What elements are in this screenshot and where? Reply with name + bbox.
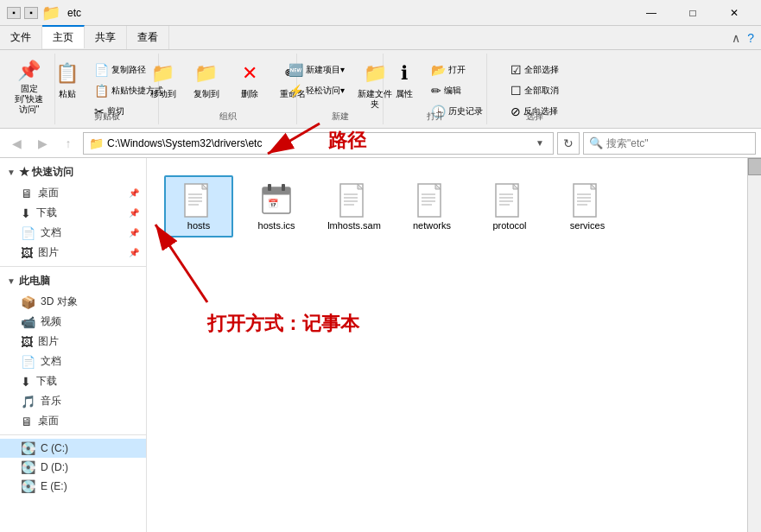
address-dropdown-arrow[interactable]: ▼ [532, 138, 548, 148]
close-button[interactable]: ✕ [714, 0, 754, 26]
properties-label: 属性 [396, 89, 413, 99]
pictures2-icon: 🖼 [21, 335, 33, 349]
hosts-file-icon [183, 182, 214, 220]
thispc-header[interactable]: ▼ 此电脑 [0, 270, 146, 292]
desktop-pin-icon: 📌 [129, 188, 139, 198]
drive-e-icon: 💽 [21, 479, 35, 493]
sidebar: ▼ ★ 快速访问 🖥 桌面 📌 ⬇ 下载 📌 📄 文档 📌 🖼 图片 📌 ▼ 此… [0, 158, 147, 532]
videos-label: 视频 [41, 314, 61, 329]
tab-share[interactable]: 共享 [85, 26, 127, 49]
ribbon-collapse-button[interactable]: ∧ [732, 31, 740, 45]
open-button[interactable]: 📂 打开 [427, 60, 487, 79]
file-item-protocol[interactable]: protocol [475, 175, 544, 238]
new-item-button[interactable]: 🆕 新建项目▾ [284, 60, 349, 79]
desktop2-icon: 🖥 [21, 415, 33, 428]
address-input[interactable] [107, 137, 529, 149]
right-scrollbar[interactable] [747, 158, 761, 532]
pictures-label: 图片 [38, 245, 59, 260]
delete-button[interactable]: ✕ 删除 [229, 57, 270, 116]
search-input[interactable] [606, 137, 750, 149]
move-to-button[interactable]: 📁 移动到 [143, 57, 184, 116]
pin-label: 固定到"快速访问" [11, 84, 48, 115]
minimize-button[interactable]: — [631, 0, 671, 26]
file-item-lmhosts[interactable]: lmhosts.sam [320, 175, 389, 238]
delete-label: 删除 [241, 89, 258, 99]
music-label: 音乐 [41, 394, 61, 408]
sidebar-item-documents2[interactable]: 📄 文档 [0, 352, 146, 371]
svg-text:📅: 📅 [268, 198, 279, 209]
help-button[interactable]: ? [747, 31, 754, 45]
properties-button[interactable]: ℹ 属性 [384, 57, 425, 116]
file-item-hosts-ics[interactable]: 📅 hosts.ics [242, 175, 311, 238]
back-button[interactable]: ◀ [5, 132, 28, 155]
sidebar-item-drive-c[interactable]: 💽 C (C:) [0, 439, 146, 458]
main-area: ▼ ★ 快速访问 🖥 桌面 📌 ⬇ 下载 📌 📄 文档 📌 🖼 图片 📌 ▼ 此… [0, 158, 761, 532]
paste-button[interactable]: 📋 粘贴 [47, 57, 88, 116]
music-icon: 🎵 [21, 395, 35, 408]
desktop-icon: 🖥 [21, 187, 33, 200]
drive-d-label: D (D:) [41, 461, 68, 473]
window-title: etc [67, 7, 81, 19]
sidebar-item-documents[interactable]: 📄 文档 📌 [0, 223, 146, 243]
sidebar-item-desktop2[interactable]: 🖥 桌面 [0, 411, 146, 431]
sidebar-item-pictures[interactable]: 🖼 图片 📌 [0, 243, 146, 263]
files-grid: hosts 📅 hosts.ics [164, 167, 730, 246]
sidebar-item-downloads2[interactable]: ⬇ 下载 [0, 371, 146, 391]
ribbon-group-organize: 📁 移动到 📁 复制到 ✕ 删除 ✏ 重命名 组织 [159, 54, 297, 124]
file-item-networks[interactable]: networks [397, 175, 466, 238]
thispc-label: 此电脑 [19, 274, 50, 288]
forward-button[interactable]: ▶ [31, 132, 54, 155]
sidebar-item-music[interactable]: 🎵 音乐 [0, 391, 146, 411]
file-item-services[interactable]: services [553, 175, 622, 238]
copy-to-icon: 📁 [193, 60, 220, 87]
downloads-pin-icon: 📌 [129, 208, 139, 218]
copy-to-button[interactable]: 📁 复制到 [186, 57, 227, 116]
sidebar-item-pictures2[interactable]: 🖼 图片 [0, 332, 146, 352]
title-icon-2: ▪ [24, 7, 38, 19]
sidebar-item-downloads[interactable]: ⬇ 下载 📌 [0, 203, 146, 223]
address-bar: ◀ ▶ ↑ 📁 ▼ ↻ 🔍 [0, 129, 761, 158]
search-wrap[interactable]: 🔍 [583, 132, 756, 155]
sidebar-item-3d[interactable]: 📦 3D 对象 [0, 292, 146, 312]
edit-button[interactable]: ✏ 编辑 [427, 81, 487, 100]
svg-rect-9 [282, 184, 285, 191]
tab-home[interactable]: 主页 [42, 25, 85, 48]
select-all-icon: ☑ [511, 63, 522, 77]
pictures-pin-icon: 📌 [129, 248, 139, 257]
copy-to-label: 复制到 [193, 89, 219, 99]
easy-access-icon: ⚡ [289, 84, 303, 98]
svg-rect-8 [268, 184, 271, 191]
sidebar-item-drive-d[interactable]: 💽 D (D:) [0, 458, 146, 477]
deselect-all-button[interactable]: ☐ 全部取消 [506, 81, 563, 100]
maximize-button[interactable]: □ [673, 0, 713, 26]
quick-access-header[interactable]: ▼ ★ 快速访问 [0, 162, 146, 183]
downloads-label: 下载 [36, 206, 57, 220]
documents2-icon: 📄 [21, 355, 35, 369]
tab-view[interactable]: 查看 [127, 26, 169, 49]
title-bar-controls: — □ ✕ [631, 0, 754, 26]
new-item-icon: 🆕 [289, 63, 303, 77]
sidebar-item-desktop[interactable]: 🖥 桌面 📌 [0, 183, 146, 203]
drive-c-label: C (C:) [41, 442, 68, 454]
hosts-ics-label: hosts.ics [258, 220, 295, 231]
file-item-hosts[interactable]: hosts [164, 175, 233, 238]
desktop2-label: 桌面 [38, 414, 59, 428]
select-all-button[interactable]: ☑ 全部选择 [506, 60, 563, 79]
protocol-label: protocol [492, 220, 526, 231]
ribbon-tab-spacer [169, 26, 725, 49]
sidebar-divider-1 [0, 266, 146, 267]
easy-access-label: 轻松访问▾ [306, 85, 345, 97]
pin-to-quickaccess-button[interactable]: 📌 固定到"快速访问" [9, 57, 50, 116]
documents2-label: 文档 [41, 354, 61, 369]
easy-access-button[interactable]: ⚡ 轻松访问▾ [284, 81, 349, 100]
file-content: hosts 📅 hosts.ics [147, 158, 747, 532]
sidebar-item-videos[interactable]: 📹 视频 [0, 312, 146, 332]
tab-file[interactable]: 文件 [0, 26, 42, 49]
address-input-wrap[interactable]: 📁 ▼ [83, 132, 554, 155]
up-button[interactable]: ↑ [57, 132, 79, 155]
services-file-icon [572, 182, 603, 220]
refresh-button[interactable]: ↻ [557, 132, 580, 155]
pictures-icon: 🖼 [21, 246, 33, 260]
sidebar-item-drive-e[interactable]: 💽 E (E:) [0, 477, 146, 496]
ribbon-group-select: ☑ 全部选择 ☐ 全部取消 ⊘ 反向选择 选择 [487, 54, 582, 124]
